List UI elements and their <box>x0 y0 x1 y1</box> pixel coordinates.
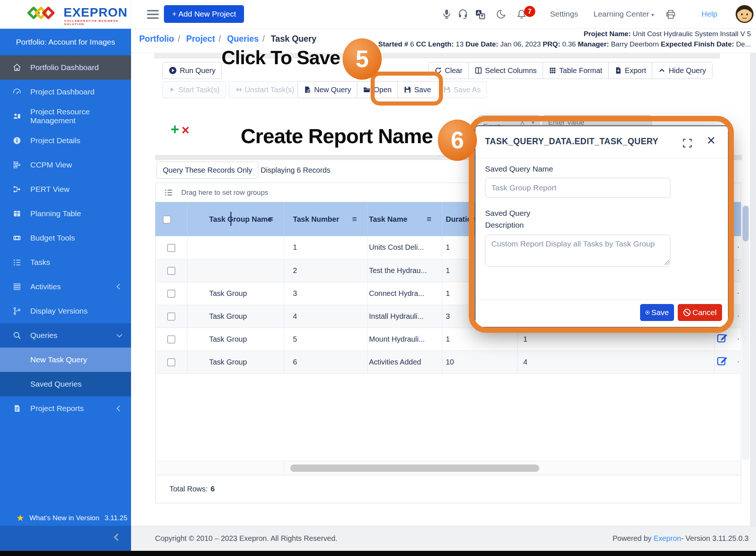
save-button[interactable]: Save <box>398 81 437 98</box>
add-new-project-button[interactable]: + Add New Project <box>164 5 244 23</box>
select-all-checkbox[interactable] <box>163 215 171 224</box>
dark-mode-moon-icon[interactable] <box>496 9 507 20</box>
table-row[interactable]: Task Group 6 Activities Added 10 4 . <box>155 350 741 373</box>
cell-duration: 1 <box>442 328 517 350</box>
due-date-value: Jan 06, 2023 <box>500 40 541 48</box>
help-link[interactable]: Help <box>701 10 717 18</box>
clear-button[interactable]: Clear <box>428 62 469 79</box>
row-checkbox[interactable] <box>167 358 175 366</box>
saved-query-desc-label-1: Saved Query <box>485 209 530 218</box>
drag-hint: Drag here to set row groups <box>181 189 268 197</box>
sidebar-item-pert-view[interactable]: PERT View <box>0 177 131 201</box>
microphone-icon[interactable] <box>441 9 453 20</box>
sidebar-item-label: Queries <box>30 331 58 340</box>
horizontal-scrollbar-thumb[interactable] <box>290 465 539 472</box>
headset-support-icon[interactable] <box>458 9 469 20</box>
col-header-task-number[interactable]: Task Number ≡ <box>284 202 367 236</box>
cell-overflow-dot: . <box>737 287 739 296</box>
started-value: 6 <box>410 40 414 48</box>
breadcrumb-project[interactable]: Project <box>186 34 215 44</box>
sidebar-item-queries[interactable]: Queries <box>0 323 131 348</box>
sidebar-item-saved-queries[interactable]: Saved Queries <box>0 372 131 396</box>
query-these-records-button[interactable]: Query These Records Only <box>157 162 258 179</box>
print-icon[interactable] <box>665 9 676 20</box>
vertical-scrollbar-thumb[interactable] <box>743 206 749 241</box>
run-query-button[interactable]: Run Query <box>162 62 222 79</box>
col-header-task-name[interactable]: Task Name ≡ <box>367 202 442 236</box>
open-button[interactable]: Open <box>357 81 398 98</box>
cell-task-group <box>187 259 284 282</box>
sidebar-item-ccpm-view[interactable]: CCPM View <box>0 153 131 177</box>
translate-icon[interactable] <box>475 9 486 20</box>
grid-icon <box>549 67 556 74</box>
row-checkbox[interactable] <box>167 267 175 275</box>
copyright-text: Copyright © 2010 – 2023 Exepron. All Rig… <box>155 534 337 543</box>
sidebar-item-project-details[interactable]: Project Details <box>0 128 131 153</box>
sidebar-item-portfolio-dashboard[interactable]: Portfolio Dashboard <box>0 55 131 80</box>
row-checkbox[interactable] <box>167 312 175 321</box>
sidebar-footer <box>0 526 131 551</box>
modal-save-button[interactable]: Save <box>640 304 674 321</box>
cell-task-name: Activities Added <box>367 350 442 373</box>
expand-modal-icon[interactable] <box>682 138 693 148</box>
whats-new-link[interactable]: ★ What's New in Version 3.11.25 <box>0 510 131 526</box>
cell-task-name: Mount Hydrauli... <box>367 328 442 350</box>
modal-cancel-button[interactable]: Cancel <box>678 304 722 321</box>
column-resize-handle[interactable] <box>230 212 231 226</box>
sidebar-item-planning-table[interactable]: Planning Table <box>0 201 131 226</box>
sidebar-item-project-dashboard[interactable]: Project Dashboard <box>0 80 131 104</box>
remove-condition-icon[interactable]: × <box>182 122 189 138</box>
total-rows-label: Total Rows: <box>169 485 207 493</box>
new-query-button[interactable]: New Query <box>298 81 357 98</box>
collapse-sidebar-icon[interactable] <box>114 533 121 541</box>
horizontal-scrollbar[interactable] <box>155 461 741 475</box>
table-format-button[interactable]: Table Format <box>543 62 609 79</box>
sidebar-item-activities[interactable]: Activities <box>0 274 131 299</box>
unstart-tasks-button[interactable]: Unstart Task(s) <box>229 81 300 98</box>
select-columns-button[interactable]: Select Columns <box>468 62 543 79</box>
export-label: Export <box>625 66 646 75</box>
sidebar-item-new-task-query[interactable]: New Task Query <box>0 348 131 372</box>
learning-center-menu[interactable]: Learning Center ▾ <box>594 10 654 18</box>
vertical-scrollbar[interactable] <box>742 205 749 460</box>
sidebar-item-project-reports[interactable]: Project Reports <box>0 396 131 421</box>
sidebar-item-budget-tools[interactable]: Budget Tools <box>0 226 131 250</box>
exepron-link[interactable]: Exepron <box>653 534 681 542</box>
sidebar-item-tasks[interactable]: Tasks <box>0 250 131 274</box>
budget-banknote-icon <box>13 234 21 242</box>
row-checkbox[interactable] <box>167 244 175 252</box>
edit-row-icon[interactable] <box>717 356 728 367</box>
edit-row-icon[interactable] <box>717 333 728 344</box>
window-bottom-edge <box>0 551 756 556</box>
add-condition-icon[interactable]: + <box>171 121 179 138</box>
column-menu-icon[interactable]: ≡ <box>352 214 357 224</box>
cell-task-name: Install Hydrauli... <box>367 305 442 328</box>
col-header-task-group-name[interactable]: Task Group Name ≡ <box>187 202 284 236</box>
saved-query-desc-input[interactable] <box>485 235 670 266</box>
sidebar-item-project-resource-management[interactable]: Project Resource Management <box>0 104 131 128</box>
close-icon[interactable]: × <box>707 132 715 148</box>
hamburger-menu-icon[interactable] <box>147 10 159 20</box>
saved-query-name-input[interactable] <box>485 178 670 198</box>
row-checkbox[interactable] <box>167 335 175 343</box>
activities-grid-icon <box>13 282 21 291</box>
breadcrumb-queries[interactable]: Queries <box>227 34 259 44</box>
column-menu-icon[interactable]: ≡ <box>427 214 432 224</box>
prq-label: PRQ: <box>543 40 560 48</box>
start-tasks-button[interactable]: Start Task(s) <box>162 81 226 98</box>
top-bar: EXEPRON COLLABORATIVE BUSINESS SOLUTION … <box>0 0 756 29</box>
sidebar-item-display-versions[interactable]: Display Versions <box>0 299 131 323</box>
export-file-icon <box>615 67 622 74</box>
table-row[interactable]: Task Group 5 Mount Hydrauli... 1 1 . <box>155 328 741 350</box>
hide-query-button[interactable]: Hide Query <box>652 62 712 79</box>
notification-count-badge[interactable]: 7 <box>524 6 535 17</box>
settings-menu[interactable]: Settings <box>550 10 578 18</box>
row-checkbox[interactable] <box>167 290 175 298</box>
column-menu-icon[interactable]: ≡ <box>269 214 274 224</box>
sidebar-item-label: New Task Query <box>30 355 87 364</box>
export-button[interactable]: Export <box>608 62 653 79</box>
user-avatar[interactable] <box>735 5 754 23</box>
save-as-button[interactable]: Save As <box>437 81 487 98</box>
breadcrumb-portfolio[interactable]: Portfolio <box>139 34 174 44</box>
expected-finish-value: De... <box>736 40 751 48</box>
